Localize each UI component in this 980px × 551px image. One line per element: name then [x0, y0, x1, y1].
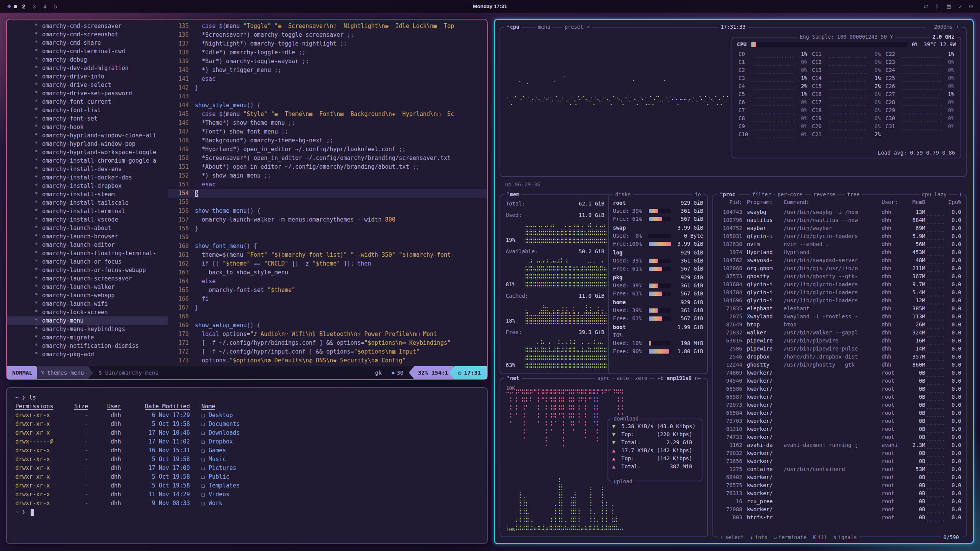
net-zero-toggle[interactable]: zero — [632, 374, 650, 382]
code-line[interactable]: 139 *Bar*) omarchy-toggle-waybar ;; — [168, 57, 487, 66]
code-line[interactable]: 149 *Hyprland*) open_in_editor ~/.config… — [168, 145, 487, 154]
file-row[interactable]: *omarchy-font-list — [7, 106, 168, 114]
workspace-1-icon[interactable]: ◼ — [14, 4, 17, 9]
process-row[interactable]: 1974HyprlandHyprlanddhh453M0.0 — [718, 248, 961, 256]
legend-item[interactable]: ↓info — [750, 533, 768, 541]
code-pane[interactable]: 135 case $(menu "Toggle" "▣ Screensaver\… — [168, 20, 487, 366]
refresh-interval-control[interactable]: - 2000ms + — [926, 23, 961, 31]
file-row[interactable]: *omarchy-launch-or-focus-webapp — [7, 266, 168, 274]
process-row[interactable]: 102796nautilus/usr/bin/nautilus --newdhh… — [718, 216, 961, 224]
workspace-button[interactable]: 2 — [20, 3, 28, 10]
file-row[interactable]: *omarchy-debug — [7, 55, 168, 64]
code-line[interactable]: 161 theme=$(menu "Font" "$(omarchy-font-… — [168, 251, 487, 259]
code-line[interactable]: 170 local options="♪ Audio\n◠ Wifi\nᛒ Bl… — [168, 330, 487, 339]
file-row[interactable]: *omarchy-install-dev-env — [7, 165, 168, 173]
file-row[interactable]: *omarchy-drive-select — [7, 81, 168, 89]
code-line[interactable]: 153 esac — [168, 180, 487, 189]
net-auto-toggle[interactable]: auto — [614, 374, 631, 382]
code-line[interactable]: 171 [ -f ~/.config/hypr/bindings.conf ] … — [168, 339, 487, 347]
file-row[interactable]: *omarchy-cmd-share — [7, 39, 168, 47]
process-row[interactable]: 1275containe/usr/bin/containerdroot53M0.… — [718, 465, 961, 473]
code-line[interactable]: 165 omarchy-font-set "$theme" — [168, 286, 487, 295]
process-row[interactable]: 102866org.gnom/usr/bin/gjs /usr/lib/odhh… — [718, 264, 961, 272]
process-row[interactable]: 104743swaybg/usr/bin/swaybg -i /homdhh13… — [718, 208, 961, 216]
process-row[interactable]: 105031glycin-i/usr/lib/glycin-loadersdhh… — [718, 232, 961, 240]
file-row[interactable]: *omarchy-launch-screensaver — [7, 274, 168, 283]
code-line[interactable]: 169show_setup_menu() { — [168, 321, 487, 330]
process-row[interactable]: 68586kworker/root0B0.0 — [718, 385, 961, 393]
sort-mode[interactable]: cpu lazy — [920, 191, 949, 198]
scroll-up-arrow[interactable]: ↑ — [957, 191, 964, 198]
menu-button[interactable]: menu — [536, 23, 553, 31]
file-row[interactable]: *omarchy-install-docker-dbs — [7, 173, 168, 182]
file-row[interactable]: *omarchy-install-steam — [7, 190, 168, 199]
code-line[interactable]: 136 *Screensaver*) omarchy-toggle-screen… — [168, 31, 487, 39]
code-line[interactable]: 146 *Theme*) show_theme_menu ;; — [168, 119, 487, 127]
code-line[interactable]: 135 case $(menu "Toggle" "▣ Screensaver\… — [168, 22, 487, 31]
code-line[interactable]: 154} — [168, 189, 487, 198]
header-program[interactable]: Program: — [742, 198, 782, 206]
file-row[interactable]: *omarchy-hyprland-window-pop — [7, 140, 168, 148]
process-row[interactable]: 74869kworker/root0B0.0 — [718, 369, 961, 377]
file-row[interactable]: *omarchy-install-chromium-google-a — [7, 156, 168, 165]
prompt-line-active[interactable]: ~❯ — [15, 508, 479, 517]
process-row[interactable]: 71835elephantelephantdhh385M0.0 — [718, 305, 961, 313]
code-line[interactable]: 167} — [168, 303, 487, 312]
process-row[interactable]: 102638nvimnvim --embed .dhh56M0.0 — [718, 240, 961, 248]
code-line[interactable]: 151 *About*) open_in_editor ~/.config/om… — [168, 163, 487, 171]
process-row[interactable]: 87573ghostty/usr/bin/ghostty --gtk-dhh36… — [718, 272, 961, 280]
code-line[interactable]: 157 omarchy-launch-walker -m menus:omarc… — [168, 215, 487, 224]
code-line[interactable]: 166 fi — [168, 295, 487, 303]
process-row[interactable]: 73703kworker/root0B0.0 — [718, 417, 961, 425]
omarchy-logo-icon[interactable]: ❖ — [7, 3, 11, 9]
file-row[interactable]: *omarchy-install-terminal — [7, 207, 168, 215]
net-interface-switcher[interactable]: ←b enp191s0 n→ — [655, 374, 703, 382]
code-line[interactable]: 143 — [168, 92, 487, 101]
tray-icon[interactable]: ⊙ — [969, 3, 973, 9]
process-row[interactable]: 68584kworker/root0B0.0 — [718, 409, 961, 417]
file-row[interactable]: *omarchy-launch-floating-terminal- — [7, 249, 168, 258]
code-line[interactable]: 156show_theme_menu() { — [168, 207, 487, 215]
process-row[interactable]: 74733kworker/root0B0.0 — [718, 433, 961, 441]
process-row[interactable]: 71837walker/usr/bin/walker --gappldhh324… — [718, 329, 961, 337]
process-row[interactable]: 63816pipewire/usr/bin/pipewiredhh16M0.0 — [718, 337, 961, 345]
workspace-button[interactable]: 4 — [41, 3, 49, 10]
code-line[interactable]: 144show_style_menu() { — [168, 101, 487, 110]
file-row[interactable]: *omarchy-cmd-terminal-cwd — [7, 47, 168, 55]
process-row[interactable]: 12244ghostty/usr/bin/ghostty --gtk-dhh86… — [718, 361, 961, 369]
process-row[interactable]: 2586pipewire/usr/bin/pipewire-pulsedhh14… — [718, 345, 961, 353]
file-row[interactable]: *omarchy-notification-dismiss — [7, 342, 168, 350]
file-row[interactable]: *omarchy-pkg-add — [7, 350, 168, 359]
process-row[interactable]: 72073kworker/root0B0.0 — [718, 401, 961, 409]
code-line[interactable]: 147 *Font*) show_font_menu ;; — [168, 127, 487, 136]
workspace-button[interactable]: 5 — [51, 3, 60, 10]
process-row[interactable]: 103684glycin-i/usr/lib/glycin-loadersdhh… — [718, 280, 961, 289]
process-row[interactable]: 79032kworker/root0B0.0 — [718, 449, 961, 457]
code-line[interactable]: 172 [ -f ~/.config/hypr/input.conf ] && … — [168, 347, 487, 356]
file-row[interactable]: *omarchy-lock-screen — [7, 308, 168, 316]
file-row[interactable]: *omarchy-drive-info — [7, 72, 168, 81]
workspace-button[interactable]: 3 — [30, 3, 39, 10]
file-row[interactable]: *omarchy-font-current — [7, 98, 168, 106]
code-line[interactable]: 159 — [168, 233, 487, 242]
per-core-toggle[interactable]: per-core — [775, 191, 805, 198]
legend-item[interactable]: signals — [833, 533, 857, 541]
filter-button[interactable]: filter — [750, 191, 773, 198]
process-row[interactable]: 1162avahi-daavahi-daemon: running [avahi… — [718, 441, 961, 449]
code-line[interactable]: 141 esac — [168, 75, 487, 83]
header-pid[interactable]: Pid: — [718, 198, 742, 206]
header-user[interactable]: User: — [882, 198, 906, 206]
tray-icon[interactable]: ᛒ — [936, 3, 939, 9]
code-line[interactable]: 142} — [168, 83, 487, 92]
preset-button[interactable]: preset ∗ — [562, 23, 592, 31]
process-row[interactable]: 94540kworker/root0B0.0 — [718, 377, 961, 385]
process-row[interactable]: 104752waybar/usr/bin/waybardhh69M0.0 — [718, 224, 961, 232]
legend-item[interactable]: ↵terminate — [774, 533, 807, 541]
file-row[interactable]: *omarchy-install-vscode — [7, 215, 168, 224]
file-row[interactable]: *omarchy-install-tailscale — [7, 199, 168, 207]
code-line[interactable]: 145 case $(menu "Style" "◉ Theme\n▦ Font… — [168, 110, 487, 119]
process-row[interactable]: 81310kworker/root0B0.0 — [718, 425, 961, 433]
file-row[interactable]: *omarchy-launch-editor — [7, 241, 168, 249]
tree-toggle[interactable]: tree — [845, 191, 862, 198]
process-row[interactable]: 72088kworker/root0B0.0 — [718, 505, 961, 514]
